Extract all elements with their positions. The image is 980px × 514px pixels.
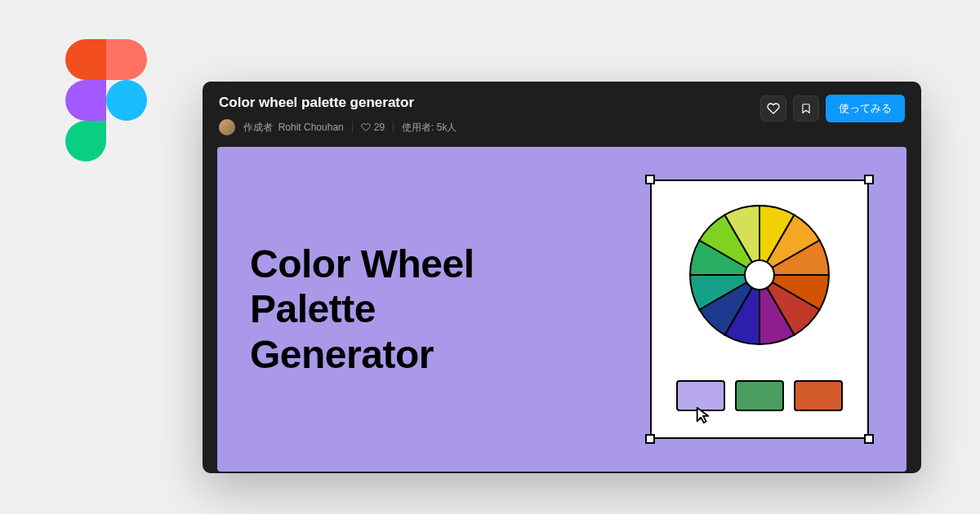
heart-icon — [767, 102, 780, 115]
selection-handle-bl — [645, 434, 655, 444]
bookmark-button[interactable] — [793, 95, 819, 122]
cursor-icon — [694, 406, 712, 428]
like-button[interactable] — [760, 95, 786, 122]
author-label: 作成者 Rohit Chouhan — [243, 121, 344, 135]
meta-row: 作成者 Rohit Chouhan 29 使用者: 5k人 — [219, 119, 760, 135]
preview-area: Color WheelPaletteGenerator — [217, 147, 906, 472]
canvas-frame — [645, 175, 874, 444]
svg-point-1 — [745, 260, 774, 290]
bookmark-icon — [800, 102, 812, 115]
swatch-2 — [735, 380, 784, 411]
selection-handle-br — [864, 434, 874, 444]
plugin-card: Color wheel palette generator 作成者 Rohit … — [203, 82, 921, 473]
try-button[interactable]: 使ってみる — [826, 95, 905, 122]
separator — [393, 122, 394, 133]
plugin-title: Color wheel palette generator — [219, 95, 760, 111]
figma-logo — [65, 39, 147, 162]
likes-count: 29 — [361, 122, 385, 133]
author-avatar — [219, 119, 235, 135]
preview-heading: Color WheelPaletteGenerator — [250, 241, 612, 377]
separator — [352, 122, 353, 133]
users-count: 使用者: 5k人 — [402, 121, 457, 135]
card-header: Color wheel palette generator 作成者 Rohit … — [203, 82, 921, 147]
canvas-surface — [650, 179, 869, 439]
color-wheel — [686, 202, 833, 348]
swatch-3 — [794, 380, 843, 411]
selection-handle-tl — [645, 175, 655, 184]
svg-point-0 — [106, 80, 147, 121]
selection-handle-tr — [864, 175, 874, 184]
